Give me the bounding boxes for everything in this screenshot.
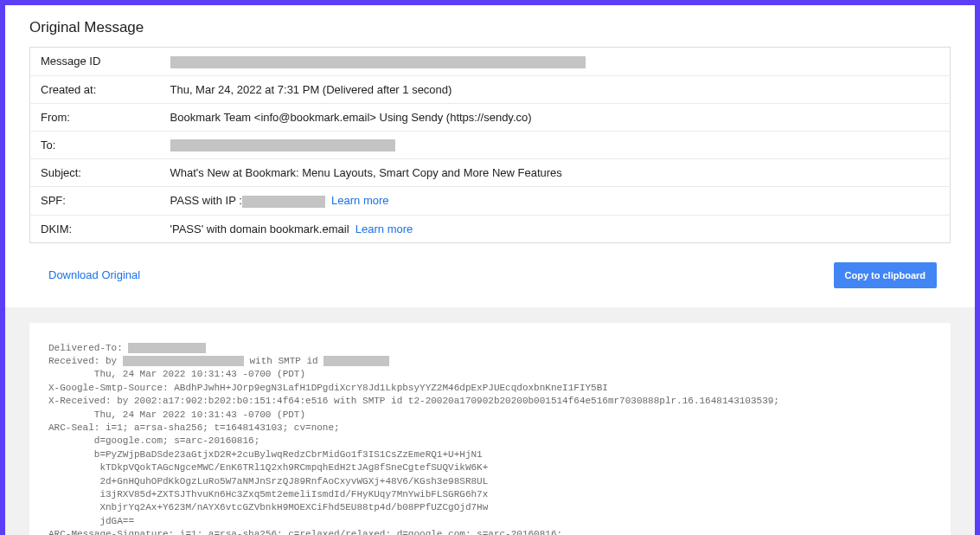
row-from: From: Bookmark Team <info@bookmark.email… (30, 103, 951, 131)
label-spf: SPF: (30, 187, 160, 216)
row-to: To: (30, 131, 951, 159)
label-from: From: (30, 103, 160, 131)
redacted-block (242, 196, 325, 208)
label-dkim: DKIM: (30, 215, 160, 242)
value-from: Bookmark Team <info@bookmark.email> Usin… (160, 103, 951, 131)
copy-to-clipboard-button[interactable]: Copy to clipboard (834, 262, 938, 288)
row-subject: Subject: What's New at Bookmark: Menu La… (30, 159, 951, 187)
dkim-pass-text: 'PASS' with domain bookmark.email (170, 222, 349, 235)
raw-message-text: Delivered-To: Received: by with SMTP id … (48, 342, 932, 535)
label-message-id: Message ID (30, 48, 160, 76)
redacted-block (170, 139, 395, 151)
message-headers-table: Message ID Created at: Thu, Mar 24, 2022… (29, 47, 951, 243)
row-spf: SPF: PASS with IP : Learn more (30, 187, 951, 216)
label-created-at: Created at: (30, 75, 160, 103)
redacted-block (170, 56, 586, 68)
row-created-at: Created at: Thu, Mar 24, 2022 at 7:31 PM… (30, 75, 951, 103)
value-to (160, 131, 951, 159)
value-dkim: 'PASS' with domain bookmark.email Learn … (160, 215, 951, 242)
label-to: To: (30, 131, 160, 159)
spf-learn-more-link[interactable]: Learn more (331, 194, 388, 207)
download-original-link[interactable]: Download Original (48, 268, 140, 281)
spf-pass-text: PASS with IP : (170, 194, 242, 207)
value-subject: What's New at Bookmark: Menu Layouts, Sm… (160, 159, 951, 187)
value-created-at: Thu, Mar 24, 2022 at 7:31 PM (Delivered … (160, 75, 951, 103)
label-subject: Subject: (30, 159, 160, 187)
page-title: Original Message (29, 19, 951, 36)
value-message-id (160, 48, 951, 76)
raw-message-panel: Delivered-To: Received: by with SMTP id … (29, 323, 951, 535)
row-dkim: DKIM: 'PASS' with domain bookmark.email … (30, 215, 951, 242)
dkim-learn-more-link[interactable]: Learn more (355, 222, 413, 235)
value-spf: PASS with IP : Learn more (160, 187, 951, 216)
row-message-id: Message ID (30, 48, 951, 76)
